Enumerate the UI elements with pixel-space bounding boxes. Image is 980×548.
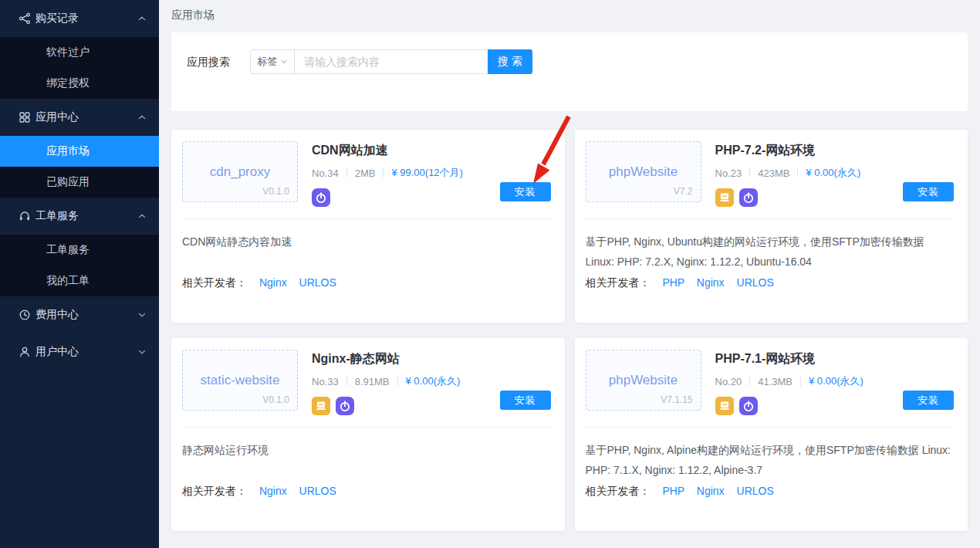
app-thumbnail[interactable]: phpWebsite V7.2: [586, 141, 701, 202]
user-icon: [19, 346, 31, 358]
app-number: No.20: [715, 376, 742, 387]
app-size: 41.3MB: [758, 376, 792, 387]
developer-link[interactable]: URLOS: [737, 485, 774, 497]
app-thumbnail[interactable]: phpWebsite V7.1.15: [586, 350, 701, 411]
sidebar-item-purchased-apps[interactable]: 已购应用: [0, 167, 159, 198]
app-thumbnail[interactable]: static-website V0.1.0: [182, 350, 298, 411]
app-name: static-website: [201, 373, 280, 388]
app-card: phpWebsite V7.1.15 PHP-7.1-网站环境 No.20 41…: [575, 338, 968, 531]
install-button[interactable]: 安装: [903, 182, 954, 201]
main-content: 应用市场 应用搜索 标签 搜 索 cdn_proxy V0.1.0 CDN网站加…: [159, 0, 980, 548]
sidebar-group-user-center[interactable]: 用户中心: [0, 333, 159, 370]
monitor-icon: [715, 397, 734, 415]
app-price: ¥ 99.00(12个月): [391, 166, 463, 180]
developer-link[interactable]: URLOS: [299, 485, 336, 497]
tag-select-value: 标签: [258, 55, 278, 69]
sidebar-group-label: 应用中心: [35, 110, 137, 124]
developers-label: 相关开发者：: [586, 485, 651, 497]
app-size: 423MB: [758, 167, 789, 179]
developers-label: 相关开发者：: [182, 485, 247, 497]
app-number: No.33: [312, 376, 339, 387]
app-description: 静态网站运行环境: [182, 440, 551, 485]
app-card: cdn_proxy V0.1.0 CDN网站加速 No.34 2MB ¥ 99.…: [171, 130, 565, 323]
app-version: V7.2: [674, 186, 693, 197]
divider: [586, 218, 955, 219]
developer-link[interactable]: PHP: [662, 485, 684, 497]
sidebar-group-label: 用户中心: [35, 345, 137, 359]
app-description: 基于PHP, Nginx, Alpine构建的网站运行环境，使用SFTP加密传输…: [586, 440, 955, 485]
divider: [182, 218, 551, 219]
app-version: V0.1.0: [262, 186, 289, 197]
sidebar-group-billing-center[interactable]: 费用中心: [0, 296, 159, 333]
app-number: No.34: [312, 167, 339, 179]
app-title: CDN网站加速: [312, 143, 551, 159]
chevron-up-icon: [137, 14, 147, 23]
app-description: CDN网站静态内容加速: [182, 232, 551, 276]
app-price: ¥ 0.00(永久): [806, 166, 860, 180]
share-icon: [19, 12, 31, 25]
sidebar-submenu: 工单服务 我的工单: [0, 235, 159, 296]
search-button[interactable]: 搜 索: [488, 49, 532, 74]
app-price: ¥ 0.00(永久): [809, 374, 863, 388]
app-card: phpWebsite V7.2 PHP-7.2-网站环境 No.23 423MB…: [575, 130, 968, 323]
page-title: 应用市场: [159, 0, 980, 31]
app-name: cdn_proxy: [210, 164, 270, 180]
sidebar-submenu: 应用市场 已购应用: [0, 136, 159, 198]
search-label: 应用搜索: [187, 49, 230, 74]
app-version: V7.1.15: [661, 394, 692, 405]
search-input[interactable]: [295, 50, 488, 73]
developer-link[interactable]: Nginx: [259, 485, 287, 497]
app-thumbnail[interactable]: cdn_proxy V0.1.0: [182, 141, 298, 202]
developer-link[interactable]: URLOS: [299, 276, 336, 289]
app-size: 8.91MB: [355, 376, 390, 387]
power-icon: [739, 397, 758, 415]
developer-link[interactable]: URLOS: [737, 276, 774, 289]
install-button[interactable]: 安装: [500, 182, 551, 201]
sidebar-group-ticket-service[interactable]: 工单服务: [0, 198, 159, 235]
sidebar-group-app-center[interactable]: 应用中心: [0, 99, 159, 136]
sidebar-item-software-transfer[interactable]: 软件过户: [0, 37, 159, 68]
app-title: PHP-7.1-网站环境: [715, 351, 955, 367]
sidebar-item-app-market[interactable]: 应用市场: [0, 136, 159, 167]
power-icon: [739, 188, 758, 207]
developer-link[interactable]: Nginx: [697, 276, 725, 289]
app-size: 2MB: [355, 167, 376, 179]
tag-select[interactable]: 标签: [251, 50, 295, 73]
sidebar-item-bind-authorization[interactable]: 绑定授权: [0, 68, 159, 99]
sidebar-group-purchase-records[interactable]: 购买记录: [0, 0, 159, 37]
app-version: V0.1.0: [262, 394, 289, 405]
monitor-icon: [715, 188, 734, 207]
sidebar-group-label: 工单服务: [35, 209, 137, 223]
divider: [749, 377, 750, 386]
developers-label: 相关开发者：: [586, 276, 651, 289]
divider: [182, 427, 551, 428]
developers-label: 相关开发者：: [182, 276, 247, 289]
divider: [797, 168, 798, 178]
divider: [749, 168, 750, 178]
power-icon: [336, 397, 354, 415]
power-icon: [312, 188, 330, 207]
monitor-icon: [312, 397, 330, 415]
app-cards-grid: cdn_proxy V0.1.0 CDN网站加速 No.34 2MB ¥ 99.…: [171, 130, 968, 531]
divider: [397, 377, 398, 386]
developer-link[interactable]: Nginx: [697, 485, 725, 497]
app-name: phpWebsite: [609, 164, 678, 180]
sidebar-item-ticket-service[interactable]: 工单服务: [0, 235, 159, 266]
divider: [800, 377, 801, 386]
divider: [383, 168, 384, 178]
install-button[interactable]: 安装: [500, 391, 551, 410]
install-button[interactable]: 安装: [903, 391, 954, 410]
grid-icon: [19, 111, 31, 123]
app-card: static-website V0.1.0 Nginx-静态网站 No.33 8…: [171, 338, 565, 531]
app-name: phpWebsite: [609, 373, 678, 388]
developer-link[interactable]: Nginx: [259, 276, 287, 289]
chevron-down-icon: [137, 310, 147, 320]
sidebar-item-my-tickets[interactable]: 我的工单: [0, 266, 159, 296]
headset-icon: [19, 210, 31, 222]
chevron-up-icon: [137, 113, 147, 122]
app-description: 基于PHP, Nginx, Ubuntu构建的网站运行环境，使用SFTP加密传输…: [586, 232, 955, 276]
app-price: ¥ 0.00(永久): [406, 374, 461, 388]
developer-link[interactable]: PHP: [662, 276, 684, 289]
divider: [586, 427, 955, 428]
sidebar-group-label: 购买记录: [35, 12, 137, 25]
